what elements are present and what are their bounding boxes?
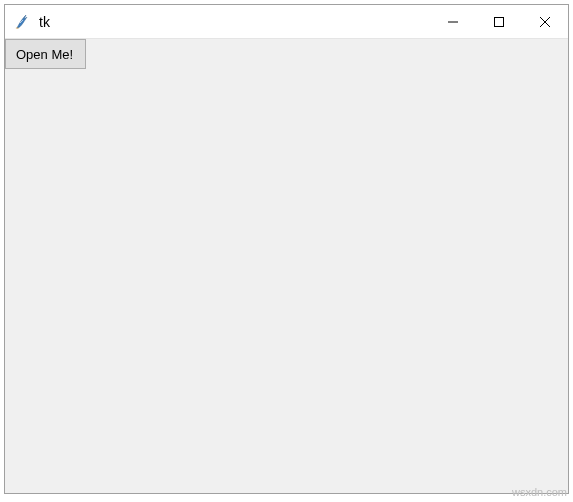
svg-rect-2: [495, 17, 504, 26]
client-area: Open Me!: [5, 39, 568, 493]
minimize-button[interactable]: [430, 5, 476, 38]
maximize-button[interactable]: [476, 5, 522, 38]
titlebar: tk: [5, 5, 568, 39]
tk-feather-icon: [13, 13, 31, 31]
application-window: tk Open Me!: [4, 4, 569, 494]
svg-point-0: [16, 27, 19, 28]
open-me-button-label: Open Me!: [16, 47, 73, 62]
close-button[interactable]: [522, 5, 568, 38]
window-title: tk: [39, 14, 430, 30]
window-controls: [430, 5, 568, 38]
watermark-text: wsxdn.com: [512, 486, 567, 498]
minimize-icon: [448, 17, 458, 27]
close-icon: [540, 17, 550, 27]
open-me-button[interactable]: Open Me!: [5, 39, 86, 69]
maximize-icon: [494, 17, 504, 27]
